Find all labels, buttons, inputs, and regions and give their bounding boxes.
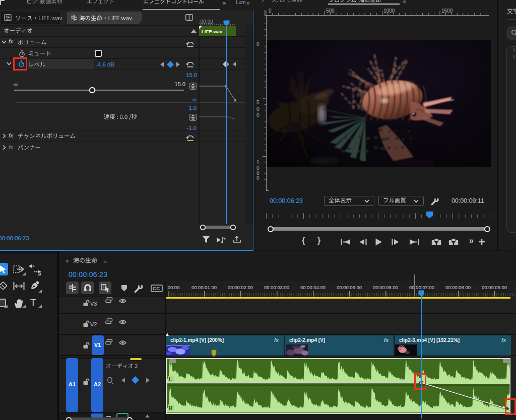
svg-text:R: R <box>169 405 173 411</box>
svg-text:L: L <box>169 376 172 382</box>
